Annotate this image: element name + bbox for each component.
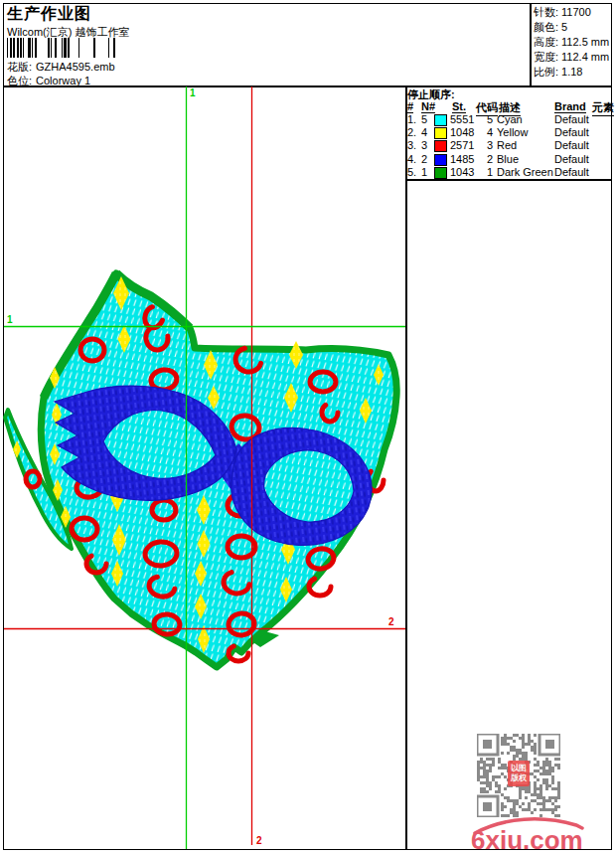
site-watermark: 6xiu.com	[465, 813, 594, 853]
guide-label-h2: 2	[388, 616, 394, 627]
design-canvas: 1 1 2 2	[0, 0, 616, 855]
worksheet-page: 生产作业图 Wilcom(汇京) 越饰工作室 花版:GZHA4595.emb 色…	[0, 0, 616, 855]
guide-label-v1: 1	[190, 87, 196, 98]
qr-copyright-seal: 以图 版权	[508, 761, 530, 786]
guide-label-v2: 2	[256, 835, 262, 846]
watermark-text: 6xiu.com	[471, 825, 583, 855]
guide-label-h1: 1	[7, 314, 13, 325]
